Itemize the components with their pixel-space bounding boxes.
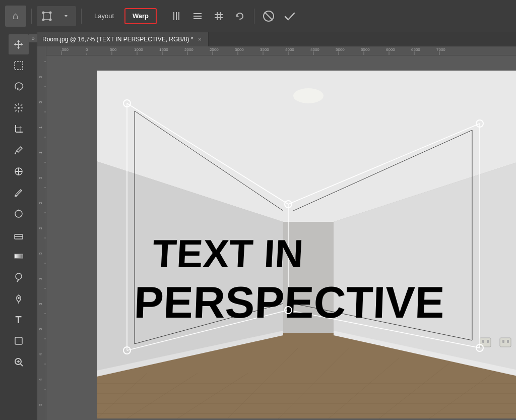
shape-icon <box>13 335 24 346</box>
svg-text:5: 5 <box>38 328 43 330</box>
svg-text:4500: 4500 <box>310 47 319 52</box>
chevron-down-icon <box>63 14 69 19</box>
svg-rect-135 <box>482 340 484 343</box>
svg-text:5: 5 <box>38 252 43 255</box>
undo-button[interactable] <box>231 7 249 25</box>
svg-text:2: 2 <box>38 227 43 229</box>
heal-tool-button[interactable] <box>9 161 29 182</box>
svg-point-35 <box>15 153 16 154</box>
move-tool-button[interactable] <box>9 34 29 54</box>
svg-marker-5 <box>64 15 68 17</box>
svg-point-29 <box>18 107 20 109</box>
svg-text:2: 2 <box>38 202 43 204</box>
confirm-button[interactable] <box>281 7 299 25</box>
pen-tool-button[interactable] <box>9 288 29 309</box>
canvas-content[interactable]: TEXT IN PERSPECTIVE <box>46 55 516 420</box>
tab-bar: Room.jpg @ 16,7% (TEXT IN PERSPECTIVE, R… <box>37 32 516 46</box>
top-toolbar: ⌂ Layout Warp <box>0 0 516 32</box>
transform-icon-button[interactable] <box>38 7 56 25</box>
ruler-and-content: -500 0 500 1000 1500 2000 <box>37 46 516 420</box>
warp-mode-button[interactable]: Warp <box>124 8 157 24</box>
svg-text:4000: 4000 <box>285 47 294 52</box>
svg-text:1500: 1500 <box>159 47 168 52</box>
svg-text:2500: 2500 <box>210 47 219 52</box>
svg-text:0: 0 <box>38 76 43 78</box>
svg-text:5: 5 <box>38 403 43 406</box>
svg-line-25 <box>15 104 17 106</box>
svg-rect-136 <box>487 340 489 343</box>
svg-text:1: 1 <box>38 126 43 129</box>
brush-tool-button[interactable] <box>9 183 29 203</box>
select-rect-tool-button[interactable] <box>9 55 29 76</box>
svg-text:3500: 3500 <box>260 47 269 52</box>
panel-expand-button[interactable]: » <box>29 34 37 42</box>
svg-line-26 <box>21 110 22 111</box>
svg-line-51 <box>20 364 23 366</box>
svg-rect-20 <box>15 62 23 70</box>
home-button[interactable]: ⌂ <box>5 6 26 27</box>
svg-rect-49 <box>15 337 22 344</box>
transform-dropdown-button[interactable] <box>57 7 75 25</box>
svg-marker-19 <box>14 40 23 49</box>
text-tool-button[interactable]: T <box>9 310 29 330</box>
eyedropper-icon <box>13 145 24 156</box>
move-icon <box>13 39 24 50</box>
svg-text:3: 3 <box>38 303 43 305</box>
svg-rect-137 <box>500 338 511 347</box>
eraser-tool-button[interactable] <box>9 225 29 245</box>
zoom-tool-button[interactable] <box>9 352 29 372</box>
svg-rect-44 <box>15 254 23 258</box>
svg-point-4 <box>49 18 52 21</box>
svg-text:5500: 5500 <box>361 47 370 52</box>
svg-point-37 <box>15 195 17 197</box>
svg-point-133 <box>293 88 324 103</box>
room-image-svg: TEXT IN PERSPECTIVE <box>97 71 516 418</box>
svg-text:TEXT IN: TEXT IN <box>152 231 305 276</box>
svg-text:6000: 6000 <box>386 47 395 52</box>
gradient-icon <box>13 251 24 262</box>
pen-icon <box>13 293 24 304</box>
svg-text:1000: 1000 <box>134 47 143 52</box>
hamburger-icon <box>192 11 203 22</box>
divider-3 <box>162 9 162 24</box>
select-rect-icon <box>13 60 24 71</box>
svg-text:6500: 6500 <box>411 47 420 52</box>
divider-4 <box>254 9 254 24</box>
shape-tool-button[interactable] <box>9 331 29 351</box>
svg-text:PERSPECTIVE: PERSPECTIVE <box>133 277 445 327</box>
lasso-tool-button[interactable] <box>9 77 29 97</box>
svg-text:3000: 3000 <box>235 47 244 52</box>
magic-wand-tool-button[interactable] <box>9 98 29 118</box>
svg-line-18 <box>265 12 273 20</box>
magic-wand-icon <box>13 102 24 113</box>
clone-stamp-tool-button[interactable] <box>9 204 29 224</box>
eyedropper-tool-button[interactable] <box>9 140 29 160</box>
svg-text:-500: -500 <box>60 47 69 52</box>
crop-tool-button[interactable] <box>9 119 29 139</box>
grid-lines-button[interactable] <box>167 7 185 25</box>
layout-mode-button[interactable]: Layout <box>87 8 121 24</box>
svg-text:5: 5 <box>38 176 43 179</box>
eraser-icon <box>13 229 24 241</box>
divider-1 <box>31 9 32 24</box>
text-tool-label: T <box>15 314 21 326</box>
svg-text:1: 1 <box>38 151 43 154</box>
dodge-tool-button[interactable] <box>9 267 29 287</box>
grid-hash-button[interactable] <box>210 7 228 25</box>
lasso-icon <box>13 81 24 92</box>
vertical-lines-icon <box>171 11 182 22</box>
gradient-tool-button[interactable] <box>9 246 29 266</box>
canvas-area: Room.jpg @ 16,7% (TEXT IN PERSPECTIVE, R… <box>37 32 516 420</box>
ruler-h-svg: -500 0 500 1000 1500 2000 <box>46 46 516 55</box>
svg-rect-134 <box>480 338 491 347</box>
home-icon: ⌂ <box>13 10 19 22</box>
svg-point-2 <box>49 11 52 14</box>
divider-2 <box>81 9 82 24</box>
svg-line-27 <box>21 104 22 106</box>
svg-point-1 <box>42 11 45 14</box>
active-tab[interactable]: Room.jpg @ 16,7% (TEXT IN PERSPECTIVE, R… <box>37 32 209 46</box>
transform-icon <box>41 11 52 22</box>
tab-close-button[interactable]: × <box>196 36 203 43</box>
menu-button[interactable] <box>188 7 207 25</box>
cancel-button[interactable] <box>260 7 278 25</box>
